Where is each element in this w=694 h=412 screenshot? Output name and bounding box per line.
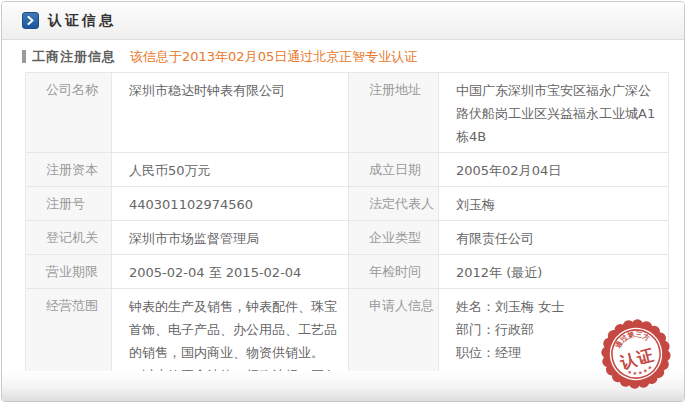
field-label: 法定代表人 <box>349 187 439 221</box>
section-title: 工商注册信息 <box>32 48 116 66</box>
field-value: 深圳市市场监督管理局 <box>112 221 349 255</box>
field-label: 年检时间 <box>349 255 439 289</box>
panel-footer <box>2 371 684 401</box>
field-label: 注册地址 <box>349 73 439 153</box>
table-row: 营业期限 2005-02-04 至 2015-02-04 年检时间 2012年 … <box>26 255 669 289</box>
page-title: 认证信息 <box>48 2 116 39</box>
table-row: 注册资本 人民币50万元 成立日期 2005年02月04日 <box>26 153 669 187</box>
field-value: 刘玉梅 <box>439 187 669 221</box>
field-value: 440301102974560 <box>112 187 349 221</box>
applicant-position-line: 职位：经理 <box>456 341 658 364</box>
field-label: 登记机关 <box>26 221 112 255</box>
section-marker-bar <box>22 50 26 63</box>
field-value: 中国广东深圳市宝安区福永广深公路伏船岗工业区兴益福永工业城A1栋4B <box>439 73 669 153</box>
field-label: 企业类型 <box>349 221 439 255</box>
page: 认证信息 工商注册信息该信息于2013年02月05日通过北京正智专业认证 公司名… <box>0 0 694 412</box>
table-row: 注册号 440301102974560 法定代表人 刘玉梅 <box>26 187 669 221</box>
field-value: 深圳市稳达时钟表有限公司 <box>112 73 349 153</box>
field-label: 公司名称 <box>26 73 112 153</box>
applicant-name-line: 姓名：刘玉梅 女士 <box>456 295 658 318</box>
section-header: 工商注册信息该信息于2013年02月05日通过北京正智专业认证 <box>22 47 417 65</box>
table-row: 登记机关 深圳市市场监督管理局 企业类型 有限责任公司 <box>26 221 669 255</box>
field-value: 2012年 (最近) <box>439 255 669 289</box>
panel-header: 认证信息 <box>2 2 684 40</box>
certification-panel: 认证信息 工商注册信息该信息于2013年02月05日通过北京正智专业认证 公司名… <box>1 1 685 402</box>
table-row: 公司名称 深圳市稳达时钟表有限公司 注册地址 中国广东深圳市宝安区福永广深公路伏… <box>26 73 669 153</box>
field-value: 2005-02-04 至 2015-02-04 <box>112 255 349 289</box>
field-label: 成立日期 <box>349 153 439 187</box>
field-value: 2005年02月04日 <box>439 153 669 187</box>
certification-notice: 该信息于2013年02月05日通过北京正智专业认证 <box>130 48 417 66</box>
applicant-department-line: 部门：行政部 <box>456 318 658 341</box>
chevron-right-icon <box>22 12 39 29</box>
company-info-table: 公司名称 深圳市稳达时钟表有限公司 注册地址 中国广东深圳市宝安区福永广深公路伏… <box>25 72 669 402</box>
field-label: 营业期限 <box>26 255 112 289</box>
field-value: 有限责任公司 <box>439 221 669 255</box>
field-value: 人民币50万元 <box>112 153 349 187</box>
field-label: 注册资本 <box>26 153 112 187</box>
field-label: 注册号 <box>26 187 112 221</box>
